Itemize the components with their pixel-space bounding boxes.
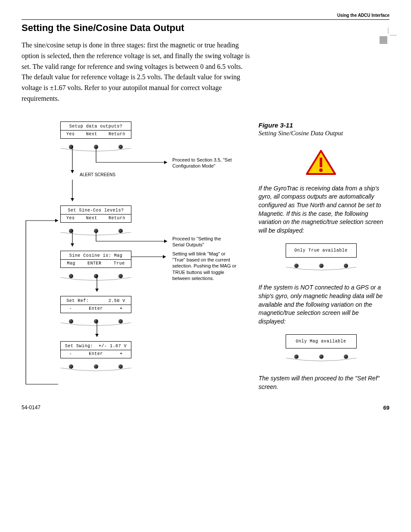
lcd-button [69, 319, 73, 324]
note-toggle: Setting will blink "Mag" or "True" based… [172, 251, 237, 281]
lcd-only-mag: Only Mag available [286, 334, 357, 361]
lcd-btn-label: Return [109, 216, 125, 221]
lcd-line1: Set Sine-Cos levels? [61, 208, 131, 213]
lcd-line1: Setup data outputs? [61, 124, 131, 129]
arrow-down [68, 145, 77, 177]
lcd-line1: Only True available [286, 248, 356, 253]
svg-marker-5 [71, 170, 74, 173]
sidebar-note-3: The system will then proceed to the "Set… [258, 374, 383, 391]
lcd-btn-label: Next [86, 216, 97, 221]
arrow-to-config [94, 145, 171, 167]
crop-mark-icon [380, 28, 397, 45]
sidebar: Figure 3-11 Setting Sine/Cosine Data Out… [258, 121, 383, 400]
svg-rect-13 [320, 158, 322, 167]
sidebar-note-1: If the GyroTrac is receiving data from a… [258, 184, 383, 235]
sidebar-note-2: If the system is NOT connected to a GPS … [258, 283, 383, 326]
lcd-button [319, 264, 324, 268]
feedback-loop-arrow [22, 218, 60, 391]
section-body: The sine/cosine setup is done in three s… [22, 40, 254, 104]
arrow-down [93, 274, 101, 296]
lcd-btn-label: Yes [66, 132, 75, 137]
lcd-button [344, 355, 348, 359]
lcd-button [319, 355, 324, 359]
figure-title: Figure 3-11 [258, 121, 383, 129]
svg-marker-11 [95, 334, 99, 337]
page-footer: 54-0147 69 [22, 404, 389, 411]
svg-rect-2 [380, 36, 387, 44]
arrow-to-toggle-note [131, 254, 170, 259]
lcd-button [69, 364, 73, 369]
lcd-btn-label: Yes [66, 216, 75, 221]
svg-marker-7 [164, 240, 167, 243]
lcd-line1: Only Mag available [286, 339, 356, 344]
lcd-btn-label: Enter [89, 352, 103, 356]
lcd-button [69, 274, 73, 278]
svg-marker-10 [95, 289, 99, 292]
figure-caption: Setting Sine/Cosine Data Output [258, 130, 383, 137]
page-number: 69 [383, 404, 389, 411]
warning-icon [306, 150, 336, 176]
page-header: Using the ADCU Interface [22, 13, 389, 20]
svg-marker-4 [164, 161, 167, 164]
svg-marker-9 [163, 255, 166, 258]
lcd-btn-label: Mag [67, 261, 75, 266]
lcd-button [344, 264, 348, 268]
lcd-btn-label: - [69, 306, 72, 311]
header-title: Using the ADCU Interface [337, 13, 389, 18]
lcd-only-true: Only True available [286, 243, 357, 271]
lcd-btn-label: ENTER [87, 261, 102, 266]
return-connector [118, 229, 136, 384]
lcd-button [294, 355, 299, 359]
doc-number: 54-0147 [22, 404, 40, 411]
svg-marker-3 [55, 219, 58, 222]
lcd-btn-label: - [69, 352, 72, 356]
lcd-btn-label: Return [109, 132, 125, 137]
arrow-down [93, 320, 101, 341]
note-serial: Proceed to "Setting the Serial Outputs" [172, 236, 233, 248]
svg-marker-6 [71, 198, 74, 201]
lcd-btn-label: Next [86, 132, 97, 137]
lcd-button [294, 264, 299, 268]
note-config-mode: Proceed to Section 3.5, "Set Configurati… [172, 157, 233, 169]
section-title: Setting the Sine/Cosine Data Output [22, 22, 389, 34]
flowchart-diagram: Setup data outputs? Yes Next Return [22, 121, 237, 397]
arrow-down [68, 180, 77, 205]
arrow-down [68, 229, 77, 251]
lcd-btn-label: Enter [89, 306, 103, 311]
svg-marker-8 [71, 243, 74, 246]
svg-point-14 [319, 168, 323, 172]
lcd-button [94, 364, 98, 369]
alert-screens-label: ALERT SCREENS [80, 172, 115, 177]
